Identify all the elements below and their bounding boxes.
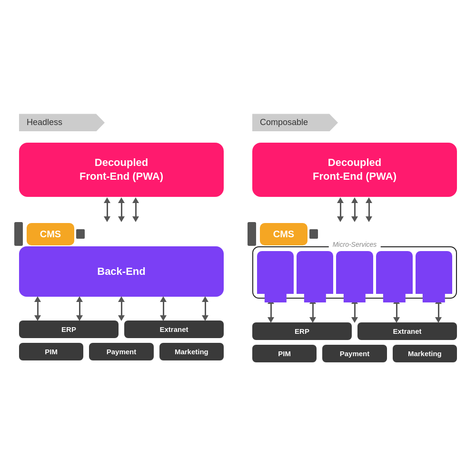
composable-pim-box: PIM — [252, 345, 317, 362]
bottom-bi-3 — [118, 296, 125, 321]
microservices-wrapper: Micro-Services — [252, 246, 457, 299]
headless-cms-box: CMS — [27, 223, 74, 245]
c-b-stem-1 — [270, 304, 272, 317]
c-bi-arrow-2 — [351, 197, 358, 222]
c-b-stem-4 — [396, 304, 397, 317]
left-side-block — [14, 222, 23, 246]
arrow-stem-3 — [135, 203, 137, 216]
headless-payment-label: Payment — [107, 348, 137, 356]
arrow-down-1 — [104, 216, 110, 222]
composable-cms-label: CMS — [273, 229, 294, 239]
arrow-up-3 — [132, 197, 139, 203]
arrow-up-1 — [104, 197, 110, 203]
right-side-block — [248, 222, 256, 246]
micro-block-2 — [297, 251, 333, 294]
headless-data-row1: ERP Extranet — [19, 321, 224, 338]
composable-extranet-label: Extranet — [393, 327, 421, 335]
c-b-stem-2 — [312, 304, 314, 317]
b-stem-4 — [163, 302, 164, 315]
micro-block-5 — [416, 251, 452, 294]
composable-data-row1: ERP Extranet — [252, 322, 457, 340]
arrow-stem-1 — [107, 203, 108, 216]
headless-pim-label: PIM — [45, 348, 58, 356]
composable-extranet-box: Extranet — [357, 322, 457, 340]
b-stem-5 — [205, 302, 206, 315]
composable-payment-label: Payment — [340, 350, 370, 358]
arrow-down-2 — [118, 216, 125, 222]
bi-arrow-2 — [118, 197, 125, 222]
c-arrow-up-1 — [337, 197, 344, 203]
c-arrow-up-3 — [366, 197, 372, 203]
headless-bi-arrows — [60, 197, 183, 223]
headless-data-row2: PIM Payment Marketing — [19, 343, 224, 360]
composable-marketing-label: Marketing — [408, 350, 442, 358]
headless-erp-box: ERP — [19, 321, 119, 338]
headless-extranet-box: Extranet — [124, 321, 224, 338]
micro-block-3 — [336, 251, 373, 294]
c-bi-arrow-1 — [337, 197, 344, 222]
composable-erp-box: ERP — [252, 322, 352, 340]
microservices-inner — [257, 251, 452, 294]
b-arrow-up-3 — [118, 296, 125, 302]
composable-frontend-label: Decoupled Front-End (PWA) — [313, 156, 397, 182]
composable-bi-arrows — [293, 197, 416, 223]
headless-pim-box: PIM — [19, 343, 83, 360]
headless-label: Headless — [27, 117, 62, 127]
c-arrow-down-3 — [366, 216, 372, 222]
micro-block-4 — [376, 251, 413, 294]
composable-column: Composable Decoupled Front-End (PWA) — [252, 114, 457, 362]
bi-arrow-1 — [104, 197, 110, 222]
bi-arrow-3 — [132, 197, 139, 222]
c-arrow-stem-2 — [354, 203, 356, 216]
c-arrow-stem-1 — [340, 203, 341, 216]
c-b-stem-5 — [438, 304, 439, 317]
bottom-bi-5 — [202, 296, 208, 321]
c-b-stem-3 — [354, 304, 356, 317]
c-arrow-up-2 — [351, 197, 358, 203]
micro-block-1 — [257, 251, 294, 294]
diagram-container: Headless Decoupled Front-End (PWA) — [0, 85, 476, 390]
headless-erp-label: ERP — [61, 325, 76, 333]
c-arrow-stem-3 — [368, 203, 370, 216]
headless-frontend-box: Decoupled Front-End (PWA) — [19, 143, 224, 196]
headless-payment-box: Payment — [89, 343, 153, 360]
headless-bottom-arrows — [19, 297, 224, 321]
composable-cms-notch — [309, 229, 318, 239]
b-stem-2 — [79, 302, 80, 315]
composable-cms-box: CMS — [260, 223, 307, 245]
composable-frontend-box: Decoupled Front-End (PWA) — [252, 143, 457, 196]
headless-banner: Headless — [19, 114, 105, 131]
composable-label: Composable — [260, 117, 308, 127]
composable-erp-label: ERP — [295, 327, 309, 335]
b-stem-1 — [37, 302, 39, 315]
composable-marketing-box: Marketing — [393, 345, 457, 362]
composable-pim-label: PIM — [278, 350, 291, 358]
bottom-bi-4 — [160, 296, 167, 321]
bottom-bi-2 — [76, 296, 83, 321]
headless-cms-label: CMS — [40, 229, 61, 239]
b-arrow-up-5 — [202, 296, 208, 302]
bottom-bi-1 — [34, 296, 41, 321]
composable-banner: Composable — [252, 114, 338, 131]
headless-marketing-label: Marketing — [175, 348, 208, 356]
arrow-down-3 — [132, 216, 139, 222]
headless-backend-label: Back-End — [97, 265, 145, 277]
arrow-up-2 — [118, 197, 125, 203]
microservices-label: Micro-Services — [329, 241, 381, 248]
headless-marketing-box: Marketing — [159, 343, 224, 360]
b-arrow-up-2 — [76, 296, 83, 302]
b-arrow-up-4 — [160, 296, 167, 302]
composable-payment-box: Payment — [322, 345, 387, 362]
c-bi-arrow-3 — [366, 197, 372, 222]
headless-extranet-label: Extranet — [159, 325, 188, 333]
composable-data-row2: PIM Payment Marketing — [252, 345, 457, 362]
headless-column: Headless Decoupled Front-End (PWA) — [19, 114, 224, 360]
headless-frontend-label: Decoupled Front-End (PWA) — [79, 156, 163, 182]
arrow-stem-2 — [121, 203, 122, 216]
cms-right-notch — [76, 229, 85, 239]
headless-backend-box: Back-End — [19, 246, 224, 297]
c-arrow-down-1 — [337, 216, 344, 222]
b-arrow-up-1 — [34, 296, 41, 302]
b-stem-3 — [121, 302, 122, 315]
c-arrow-down-2 — [351, 216, 358, 222]
